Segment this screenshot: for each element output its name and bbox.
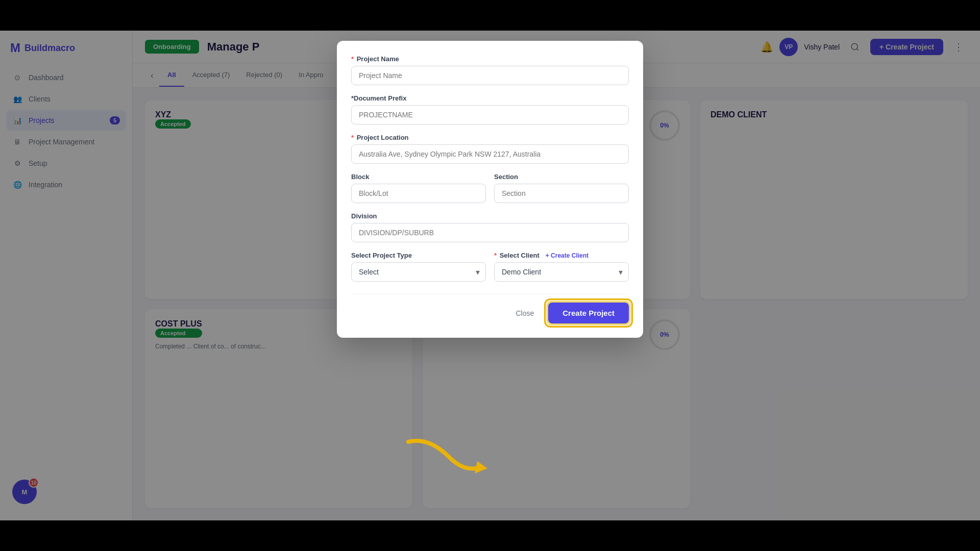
project-name-input[interactable] (351, 66, 629, 85)
arrow-annotation (398, 432, 500, 485)
project-name-label: * Project Name (351, 55, 629, 63)
section-input[interactable] (494, 184, 629, 203)
modal-footer: Close Create Project (351, 294, 629, 323)
create-button-wrapper: Create Project (548, 303, 629, 323)
project-type-group: Select Project Type Select (351, 252, 486, 282)
division-group: Division (351, 212, 629, 242)
block-section-row: Block Section (351, 173, 629, 203)
client-select[interactable]: Demo Client (494, 262, 629, 282)
create-client-link[interactable]: + Create Client (546, 252, 589, 259)
project-name-group: * Project Name (351, 55, 629, 85)
document-prefix-input[interactable] (351, 105, 629, 124)
client-label-row: * Select Client + Create Client (494, 252, 629, 259)
modal-overlay: * Project Name *Document Prefix * Projec… (0, 0, 980, 551)
select-client-label: * Select Client (494, 252, 540, 259)
type-client-row: Select Project Type Select * Select Clie… (351, 252, 629, 282)
block-label: Block (351, 173, 486, 181)
project-location-label: * Project Location (351, 134, 629, 141)
create-project-modal-button[interactable]: Create Project (548, 303, 629, 323)
client-select-wrapper: Demo Client (494, 262, 629, 282)
project-location-group: * Project Location (351, 134, 629, 164)
document-prefix-group: *Document Prefix (351, 94, 629, 124)
division-input[interactable] (351, 223, 629, 242)
svg-marker-2 (475, 461, 487, 473)
client-group: * Select Client + Create Client Demo Cli… (494, 252, 629, 282)
section-group: Section (494, 173, 629, 203)
section-label: Section (494, 173, 629, 181)
project-type-label: Select Project Type (351, 252, 486, 259)
close-button[interactable]: Close (507, 305, 542, 321)
project-location-input[interactable] (351, 144, 629, 164)
document-prefix-label: *Document Prefix (351, 94, 629, 102)
create-project-modal: * Project Name *Document Prefix * Projec… (337, 41, 643, 338)
division-label: Division (351, 212, 629, 220)
annotation-arrow (398, 432, 500, 483)
block-input[interactable] (351, 184, 486, 203)
block-group: Block (351, 173, 486, 203)
project-type-select[interactable]: Select (351, 262, 486, 282)
project-type-select-wrapper: Select (351, 262, 486, 282)
